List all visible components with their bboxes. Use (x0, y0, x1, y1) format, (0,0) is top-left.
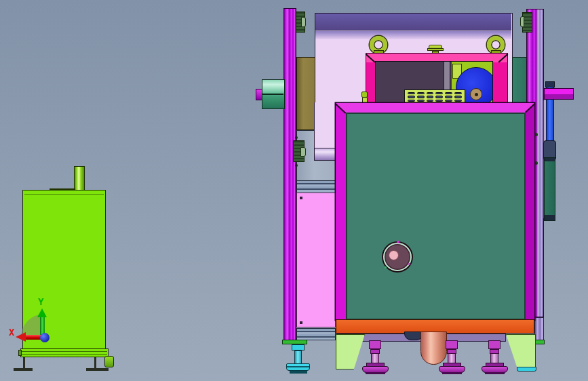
foot-collar (446, 340, 458, 349)
cad-viewport: X Y (0, 0, 588, 381)
door-bevel-tl (335, 103, 346, 113)
axis-y-label: Y (38, 297, 43, 306)
grille-slot (445, 100, 452, 102)
foot-pad-base (485, 372, 505, 374)
grille-slot (435, 100, 443, 102)
tank-leg-right (94, 357, 96, 369)
lavender-cylinder (314, 148, 336, 161)
slat-band-bottom (296, 328, 336, 340)
grille-slot (427, 100, 434, 102)
panel-bolt-bottom (295, 164, 298, 167)
vent-grille[interactable] (404, 89, 465, 104)
teal-bracket-cap-bottom (545, 215, 555, 220)
door-handle[interactable] (383, 243, 412, 271)
foot-pad-base (442, 372, 462, 374)
cabinet-top-band (315, 14, 511, 31)
pink-panel-hole-bottom (300, 321, 302, 324)
fan-hub-dot (475, 93, 478, 96)
grille-slot (454, 100, 462, 102)
axis-y-arrowhead (37, 308, 47, 317)
grille-slot (454, 92, 462, 94)
tank-foot-right (86, 368, 109, 371)
grille-slot (427, 92, 434, 94)
leveling-foot-cyan[interactable] (286, 363, 310, 371)
foot-collar-2 (447, 349, 456, 354)
right-arm[interactable] (544, 88, 574, 100)
grille-slot (445, 96, 452, 98)
column-right-bolt-1 (534, 133, 538, 136)
axis-origin-dot (40, 333, 50, 342)
right-teal-bracket (544, 157, 555, 221)
door-bevel-tr (525, 103, 535, 113)
side-panel-pink[interactable] (296, 193, 336, 327)
cyan-foot-collar (292, 344, 305, 350)
grille-slot (408, 96, 415, 98)
frame-column-left[interactable] (283, 8, 296, 342)
leveling-foot-2[interactable] (439, 339, 466, 375)
grille-slot (417, 100, 425, 102)
foot-collar (488, 340, 501, 349)
leveling-foot-3[interactable] (482, 339, 509, 375)
cyan-foot-base (290, 371, 307, 374)
column-right-extension (534, 317, 544, 340)
tank-side-nub-right (104, 356, 114, 367)
panel-bolt-top (295, 136, 298, 139)
leveling-foot-1[interactable] (362, 339, 389, 375)
column-left-knob-cap (301, 17, 306, 27)
tank-top-seam (24, 194, 104, 195)
grille-slot (454, 96, 462, 98)
grille-slot (435, 96, 443, 98)
grille-slot (408, 92, 415, 94)
foot-collar-2 (490, 349, 499, 354)
grille-slot (417, 92, 425, 94)
foot-pad-base (366, 372, 385, 374)
motor-knob-cap (300, 147, 306, 157)
column-right-bolt-2 (534, 161, 538, 165)
lavender-slab (314, 102, 336, 148)
handle-tick-2 (408, 263, 410, 265)
cyan-foot-stem (294, 350, 302, 364)
grille-slot (408, 100, 415, 102)
side-cylinder[interactable] (262, 79, 285, 109)
handle-tick-1 (397, 241, 399, 243)
front-door[interactable] (336, 103, 534, 320)
grille-slot (445, 92, 452, 94)
handle-tick-3 (385, 266, 387, 268)
window-bevel-tr (498, 54, 508, 62)
axis-triad: X Y (0, 292, 81, 376)
window-bevel-tl (366, 54, 375, 62)
axis-x-label: X (9, 327, 14, 337)
vent-grille-slots (405, 90, 465, 104)
cylinder-split-line (262, 94, 283, 95)
pink-panel-hole-top (300, 197, 302, 199)
gusset-bracket-right (506, 334, 536, 368)
grille-slot (435, 92, 443, 94)
slat-band-top (296, 180, 336, 193)
column-left-base-cap (282, 340, 307, 344)
cabinet-gradient-strip (315, 31, 511, 39)
grille-slot (427, 96, 434, 98)
khaki-panel[interactable] (296, 57, 315, 130)
tank-chimney[interactable] (74, 166, 85, 191)
foot-collar-2 (370, 349, 380, 354)
column-right-knob-cap (520, 16, 524, 27)
teal-bracket-cap-top (545, 158, 555, 161)
grille-slot (417, 96, 425, 98)
foot-collar (369, 340, 381, 349)
door-handle-pin (389, 250, 399, 260)
bracket-right-cyan-pad (517, 367, 536, 372)
axis-x-arrowhead (16, 332, 26, 342)
gusset-bracket-left (336, 334, 365, 369)
